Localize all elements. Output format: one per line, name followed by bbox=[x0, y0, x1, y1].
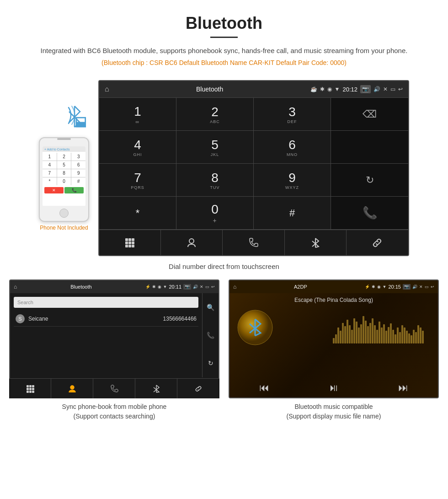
dialpad-btn[interactable] bbox=[99, 230, 161, 255]
svg-rect-4 bbox=[125, 238, 128, 241]
phonebook-content: Search S Seicane 13566664466 bbox=[10, 293, 202, 377]
dial-cell-empty-3: ↻ bbox=[331, 164, 408, 197]
phonebook-screen: ⌂ Bluetooth ⚡ ✱ ◉ ▼ 20:11 📷 🔊 ✕ ▭ bbox=[9, 279, 219, 398]
svg-rect-20 bbox=[27, 388, 29, 390]
dial-cell-empty-2 bbox=[331, 131, 408, 164]
m-win-icon[interactable]: ▭ bbox=[425, 284, 429, 289]
dial-key-2[interactable]: 2 ABC bbox=[176, 98, 254, 131]
svg-rect-17 bbox=[27, 385, 29, 387]
phone-speaker bbox=[57, 138, 71, 140]
dial-key-8[interactable]: 8 TUV bbox=[176, 164, 254, 197]
music-screen: ⌂ A2DP ⚡ ✱ ◉ ▼ 20:15 📷 🔊 ✕ ▭ bbox=[229, 279, 439, 398]
pb-phone-btn[interactable] bbox=[93, 379, 135, 398]
usb-icon: ☕ bbox=[310, 86, 317, 92]
pb-back-icon[interactable]: ↩ bbox=[211, 284, 215, 289]
phonebook-home-icon[interactable]: ⌂ bbox=[14, 284, 17, 290]
pb-bluetooth-btn[interactable] bbox=[135, 379, 177, 398]
music-header: ⌂ A2DP ⚡ ✱ ◉ ▼ 20:15 📷 🔊 ✕ ▭ bbox=[229, 280, 438, 293]
m-close-icon[interactable]: ✕ bbox=[419, 284, 423, 289]
svg-rect-7 bbox=[125, 241, 128, 244]
svg-rect-19 bbox=[32, 385, 34, 387]
back-icon[interactable]: ↩ bbox=[398, 86, 403, 92]
pb-dialpad-btn[interactable] bbox=[9, 379, 51, 398]
contacts-btn[interactable] bbox=[161, 230, 223, 255]
dial-key-6[interactable]: 6 MNO bbox=[254, 131, 331, 164]
phonebook-header-right: ⚡ ✱ ◉ ▼ 20:11 📷 🔊 ✕ ▭ ↩ bbox=[145, 284, 215, 290]
camera-icon[interactable]: 📷 bbox=[360, 85, 371, 93]
home-icon[interactable]: ⌂ bbox=[105, 85, 109, 93]
pb-link-btn[interactable] bbox=[177, 379, 219, 398]
dial-key-7[interactable]: 7 PQRS bbox=[99, 164, 176, 197]
svg-rect-24 bbox=[29, 391, 32, 393]
svg-rect-21 bbox=[29, 388, 32, 390]
music-screen-wrapper: ⌂ A2DP ⚡ ✱ ◉ ▼ 20:15 📷 🔊 ✕ ▭ bbox=[229, 279, 439, 398]
music-caption: Bluetooth music compatible(Support displ… bbox=[287, 402, 381, 421]
phone-home-button[interactable] bbox=[59, 209, 69, 218]
dial-key-star[interactable]: * bbox=[99, 197, 176, 230]
bluetooth-btn[interactable] bbox=[285, 230, 347, 255]
location-icon: ◉ bbox=[327, 86, 332, 92]
phonebook-app-name: Bluetooth bbox=[70, 284, 91, 290]
next-track-btn[interactable]: ⏭ bbox=[398, 382, 408, 394]
m-cam-icon[interactable]: 📷 bbox=[403, 284, 411, 290]
page-title: Bluetooth bbox=[9, 14, 439, 33]
m-bt-icon: ✱ bbox=[372, 284, 375, 289]
refresh-icon[interactable]: ↻ bbox=[366, 174, 374, 186]
album-art bbox=[237, 309, 273, 346]
dial-key-3[interactable]: 3 DEF bbox=[254, 98, 331, 131]
pb-win-icon[interactable]: ▭ bbox=[205, 284, 209, 289]
phone-btn[interactable] bbox=[223, 230, 284, 255]
dial-key-0[interactable]: 0 + bbox=[176, 197, 254, 230]
play-pause-btn[interactable]: ⏯ bbox=[329, 382, 339, 394]
contact-avatar: S bbox=[16, 314, 25, 323]
svg-line-28 bbox=[154, 387, 156, 390]
prev-track-btn[interactable]: ⏮ bbox=[259, 382, 269, 394]
pb-bluetooth-icon bbox=[152, 385, 160, 393]
close-icon[interactable]: ✕ bbox=[383, 86, 388, 92]
search-bar[interactable]: Search bbox=[14, 297, 198, 308]
svg-rect-11 bbox=[128, 245, 131, 247]
main-content: ⬓ + Add to Contacts bbox=[0, 80, 448, 426]
svg-point-13 bbox=[189, 239, 194, 243]
app-name-label: Bluetooth bbox=[196, 86, 223, 93]
m-vol-icon[interactable]: 🔊 bbox=[412, 284, 417, 289]
music-screenshot-item: ⌂ A2DP ⚡ ✱ ◉ ▼ 20:15 📷 🔊 ✕ ▭ bbox=[229, 279, 439, 421]
car-dialer-screen: ⌂ Bluetooth ☕ ✱ ◉ ▼ 20:12 📷 🔊 ✕ ▭ ↩ bbox=[98, 80, 409, 256]
volume-icon[interactable]: 🔊 bbox=[373, 86, 380, 92]
svg-rect-10 bbox=[125, 245, 128, 247]
svg-rect-6 bbox=[132, 238, 134, 241]
dial-key-9[interactable]: 9 WXYZ bbox=[254, 164, 331, 197]
window-icon[interactable]: ▭ bbox=[390, 86, 395, 92]
phonebook-bottom-bar bbox=[9, 378, 219, 398]
m-back-icon[interactable]: ↩ bbox=[431, 284, 434, 289]
phone-side-icon[interactable]: 📞 bbox=[207, 332, 214, 339]
pb-close-icon[interactable]: ✕ bbox=[200, 284, 203, 289]
contact-row-seicane[interactable]: S Seicane 13566664466 bbox=[14, 311, 198, 327]
phone-screen: + Add to Contacts 1 2 3 4 5 6 7 8 9 * bbox=[43, 146, 85, 206]
phone-icon bbox=[248, 237, 259, 248]
m-loc-icon: ◉ bbox=[377, 284, 381, 289]
bluetooth-bottom-icon bbox=[310, 237, 321, 248]
svg-line-16 bbox=[312, 244, 315, 247]
pb-sig-icon: ▼ bbox=[163, 284, 167, 289]
refresh-side-icon[interactable]: ↻ bbox=[208, 359, 213, 367]
pb-cam-icon[interactable]: 📷 bbox=[183, 284, 191, 290]
pb-contacts-btn[interactable] bbox=[51, 379, 93, 398]
dial-key-hash[interactable]: # bbox=[254, 197, 331, 230]
dial-key-4[interactable]: 4 GHI bbox=[99, 131, 176, 164]
backspace-icon[interactable]: ⌫ bbox=[363, 108, 377, 120]
pb-phone-icon bbox=[110, 385, 118, 393]
search-side-icon[interactable]: 🔍 bbox=[207, 304, 214, 311]
music-home-icon[interactable]: ⌂ bbox=[233, 284, 236, 290]
answer-call-icon[interactable]: 📞 bbox=[363, 206, 377, 220]
dial-cell-empty-1: ⌫ bbox=[331, 98, 408, 131]
search-placeholder: Search bbox=[17, 300, 33, 305]
dial-key-5[interactable]: 5 JKL bbox=[176, 131, 254, 164]
bluetooth-symbol-icon bbox=[66, 105, 83, 128]
phonebook-caption: Sync phone-book from mobile phone(Suppor… bbox=[62, 402, 167, 421]
dial-key-1[interactable]: 1 ∞ bbox=[99, 98, 176, 131]
svg-rect-5 bbox=[128, 238, 131, 241]
album-art-svg bbox=[237, 309, 273, 346]
link-btn[interactable] bbox=[347, 230, 408, 255]
pb-vol-icon[interactable]: 🔊 bbox=[193, 284, 198, 289]
